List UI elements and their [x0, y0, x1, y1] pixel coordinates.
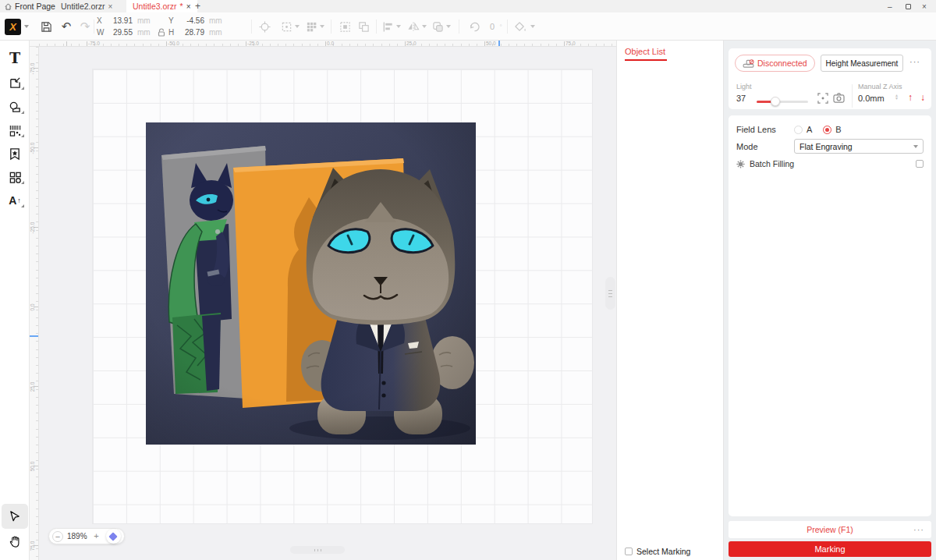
material-library-button[interactable] [0, 143, 30, 165]
device-connection-button[interactable]: Disconnected [735, 55, 815, 72]
zoom-control: − 189% + [48, 528, 125, 544]
bookmark-star-icon [9, 147, 21, 161]
canvas-area[interactable]: − 189% + [39, 47, 616, 560]
submenu-corner-icon [21, 87, 24, 90]
text-tool-button[interactable]: T [0, 47, 30, 69]
pan-tool-button[interactable] [0, 530, 30, 552]
panel-collapse-handle-right[interactable] [605, 277, 615, 310]
zoom-out-button[interactable]: − [52, 531, 63, 542]
field-lens-option-b-label: B [835, 125, 841, 134]
z-axis-down-button[interactable]: ↓ [920, 92, 925, 103]
marking-label: Marking [814, 544, 845, 554]
marking-button[interactable]: Marking [729, 541, 931, 557]
array-button[interactable] [304, 12, 326, 41]
mode-label: Mode [736, 142, 794, 151]
fit-diamond-icon [108, 532, 117, 541]
components-tool-button[interactable] [0, 166, 30, 188]
canvas-image-object[interactable] [146, 122, 476, 445]
group-icon [339, 21, 351, 33]
window-close-button[interactable]: × [922, 0, 936, 12]
shapes-icon [9, 101, 22, 114]
shapes-tool-button[interactable] [0, 96, 30, 118]
cursor-icon [9, 510, 21, 523]
manual-z-axis-label: Manual Z Axis [858, 83, 902, 90]
zoom-in-button[interactable]: + [91, 531, 102, 542]
group-button[interactable] [335, 12, 354, 41]
tab-dirty-indicator: * [180, 2, 183, 11]
window-maximize-button[interactable] [906, 0, 911, 12]
light-value[interactable]: 37 [736, 94, 746, 103]
selection-mode-button[interactable] [279, 12, 301, 41]
fill-button[interactable] [509, 12, 540, 41]
field-lens-radio-b[interactable] [823, 126, 831, 134]
cursor-position-marker-v [30, 335, 38, 337]
y-field[interactable]: -4.56 [178, 16, 204, 25]
tab-close-icon[interactable]: × [186, 2, 191, 11]
save-icon [41, 21, 52, 33]
transform-fields: X 13.91 mm Y -4.56 mm W 29.55 mm H 28.79… [97, 15, 226, 38]
ungroup-button[interactable] [354, 12, 373, 41]
camera-button[interactable] [833, 93, 845, 103]
tab-label: Untitle3.orzr [133, 2, 177, 11]
mode-select[interactable]: Flat Engraving [794, 139, 924, 154]
rotation-unit: ° [498, 12, 504, 41]
new-tab-button[interactable]: + [195, 0, 200, 12]
field-lens-radio-a[interactable] [794, 126, 803, 134]
height-measurement-button[interactable]: Height Measurement [821, 55, 903, 72]
align-button[interactable] [381, 12, 402, 41]
home-tab[interactable]: Front Page [5, 0, 55, 12]
light-slider-knob[interactable] [771, 97, 780, 106]
home-tab-label: Front Page [15, 2, 55, 11]
chevron-down-icon [446, 25, 451, 28]
barcode-tool-button[interactable] [0, 119, 30, 141]
x-field[interactable]: 13.91 [106, 16, 133, 25]
mirror-button[interactable] [406, 12, 427, 41]
select-marking-row[interactable]: Select Marking [625, 547, 690, 556]
batch-filling-label: Batch Filling [750, 159, 794, 168]
z-axis-spinner[interactable]: ▴▾ [895, 94, 898, 100]
import-tool-button[interactable] [0, 72, 30, 94]
light-slider[interactable] [757, 97, 808, 106]
zoom-fit-button[interactable] [106, 529, 121, 544]
select-marking-label: Select Marking [636, 547, 690, 556]
chevron-down-icon [295, 25, 300, 28]
lock-ratio-icon[interactable] [158, 28, 165, 37]
panel-collapse-handle-bottom[interactable] [290, 546, 345, 554]
engraver-device-icon [743, 59, 754, 68]
redo-button[interactable]: ↷ [76, 12, 94, 41]
rotate-button[interactable] [465, 12, 484, 41]
boolean-ops-button[interactable] [431, 12, 452, 41]
frame-trace-icon [817, 93, 828, 104]
select-marking-checkbox[interactable] [625, 548, 633, 555]
ruler-top: -75.0-50.0-25.00.025.050.075.0 [39, 41, 616, 47]
preview-more-button[interactable]: ··· [913, 525, 924, 534]
z-axis-value[interactable]: 0.0mm [858, 94, 885, 103]
tab-untitle3[interactable]: Untitle3.orzr * × [126, 0, 197, 12]
tab-close-icon[interactable]: × [108, 2, 113, 11]
h-field[interactable]: 28.79 [178, 28, 204, 37]
w-label: W [97, 28, 106, 37]
rotation-angle-field[interactable]: 0 [487, 12, 498, 41]
tab-untitle2[interactable]: Untitle2.orzr × [55, 0, 119, 12]
w-field[interactable]: 29.55 [106, 28, 133, 37]
art-text-tool-button[interactable]: A↑ [0, 190, 30, 211]
w-unit: mm [137, 28, 154, 37]
window-minimize-button[interactable]: – [888, 0, 902, 12]
z-axis-up-button[interactable]: ↑ [908, 92, 913, 103]
preview-button[interactable]: Preview (F1) ··· [729, 521, 931, 538]
batch-filling-checkbox[interactable] [916, 160, 924, 168]
zoom-level-value[interactable]: 189% [67, 532, 87, 541]
chevron-down-icon [913, 145, 918, 148]
ungroup-icon [358, 21, 370, 33]
select-cursor-tool-button[interactable] [0, 505, 30, 527]
center-position-button[interactable] [256, 12, 273, 41]
position-frame-button[interactable] [817, 93, 828, 104]
left-tool-sidebar: T A↑ [0, 41, 30, 560]
undo-button[interactable]: ↶ [58, 12, 75, 41]
x-unit: mm [137, 16, 154, 25]
art-text-glyph: A [9, 194, 16, 207]
submenu-corner-icon [21, 204, 24, 207]
device-more-button[interactable]: ··· [909, 57, 920, 66]
app-menu-button[interactable]: X [5, 12, 29, 41]
save-button[interactable] [37, 12, 55, 41]
